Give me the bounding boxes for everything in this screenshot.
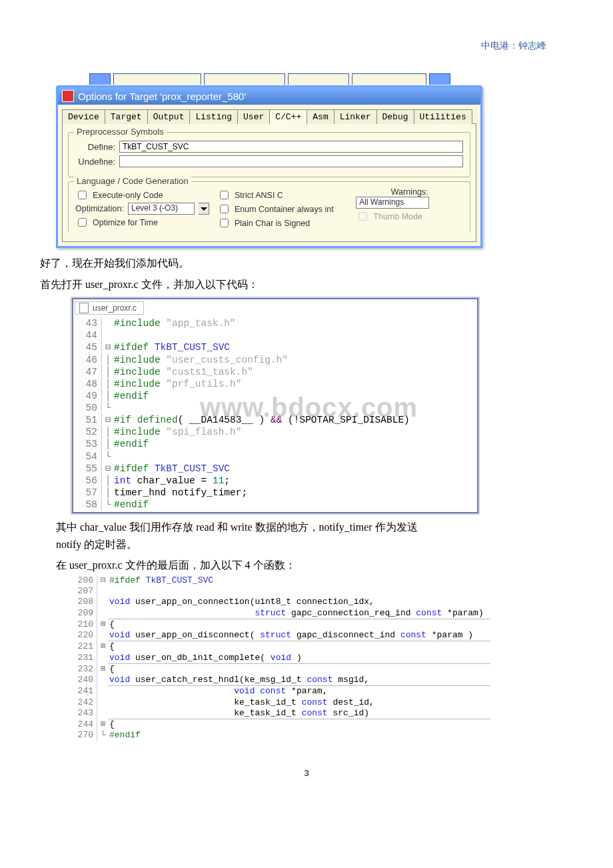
strict-ansi-checkbox[interactable] [220,191,229,199]
lang-legend: Language / Code Generation [74,176,191,186]
tab-listing[interactable]: Listing [189,109,238,124]
dialog-title-bar: Options for Target 'prox_reporter_580' [58,87,480,105]
thumb-label: Thumb Mode [373,212,422,221]
paragraph-3: 其中 char_value 我们用作存放 read 和 write 数据的地方，… [56,519,573,553]
paragraph-4: 在 user_proxr.c 文件的最后面，加入以下 4 个函数： [56,557,573,574]
exec-only-label: Execute-only Code [93,191,163,200]
options-dialog-screenshot: Options for Target 'prox_reporter_580' D… [56,73,482,248]
file-tab-name: user_proxr.c [93,303,137,313]
thumb-checkbox [358,212,367,221]
preprocessor-group: Preprocessor Symbols Define: Undefine: [68,132,470,177]
opt-time-checkbox[interactable] [78,218,87,227]
tab-device[interactable]: Device [62,109,105,124]
tab-user[interactable]: User [237,109,270,124]
optimization-select[interactable]: Level 3 (-O3) [128,203,195,215]
plain-char-checkbox[interactable] [220,219,229,227]
tab-target[interactable]: Target [105,109,148,124]
warnings-select[interactable]: All Warnings [356,197,429,209]
tab-utilities[interactable]: Utilities [414,109,472,124]
define-label: Define: [75,142,115,152]
tab-debug[interactable]: Debug [376,109,414,124]
file-tab[interactable]: user_proxr.c [75,301,144,315]
opt-time-label: Optimize for Time [93,218,158,227]
paragraph-1: 好了，现在开始我们添加代码。 [40,255,573,272]
tab-linker[interactable]: Linker [334,109,377,124]
dialog-title: Options for Target 'prox_reporter_580' [78,91,246,102]
tab-asm[interactable]: Asm [306,109,334,124]
paragraph-2: 首先打开 user_proxr.c 文件，并加入以下代码： [40,276,573,293]
optimization-dropdown-icon[interactable] [199,203,209,215]
tab-cc[interactable]: C/C++ [269,109,307,124]
page-number: 3 [40,768,573,778]
code-editor-1: user_proxr.c 43#include "app_task.h"4445… [71,297,480,515]
define-input[interactable] [119,141,463,153]
enum-checkbox[interactable] [220,205,229,213]
app-icon [62,90,74,102]
exec-only-checkbox[interactable] [78,191,87,199]
dialog-tab-row: DeviceTargetOutputListingUserC/C++AsmLin… [58,105,480,123]
lang-group: Language / Code Generation Execute-only … [68,181,470,232]
strict-ansi-label: Strict ANSI C [235,191,283,200]
warnings-label: Warnings: [356,187,463,197]
page-header: 中电港：钟志峰 [481,40,546,52]
preprocessor-legend: Preprocessor Symbols [74,127,167,137]
plain-char-label: Plain Char is Signed [235,219,310,228]
optimization-label: Optimization: [75,204,124,213]
undefine-input[interactable] [119,155,463,167]
undefine-label: Undefine: [75,157,115,167]
code-editor-2: 206⊟#ifdef TkBT_CUST_SVC207208void user_… [69,575,490,741]
enum-label: Enum Container always int [235,205,334,214]
file-icon [79,303,89,313]
tab-output[interactable]: Output [147,109,191,124]
code1-body: 43#include "app_task.h"4445⊟#ifdef TkBT_… [73,316,477,512]
